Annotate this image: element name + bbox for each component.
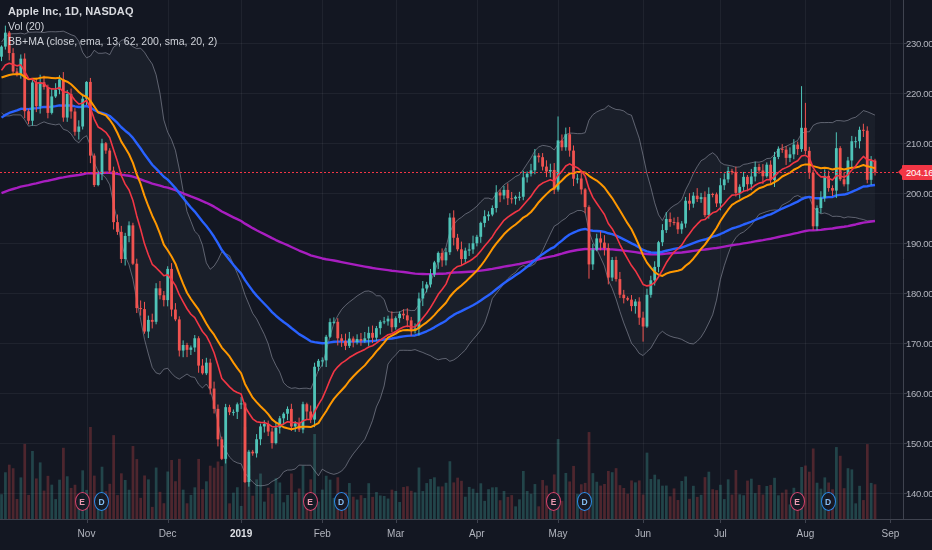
price-tick-label: 220.00 xyxy=(906,88,932,99)
price-tick-label: 150.00 xyxy=(906,438,932,449)
time-tick-label: Nov xyxy=(70,528,104,539)
last-price-tag[interactable]: 204.16 xyxy=(902,165,932,180)
price-tick-label: 200.00 xyxy=(906,188,932,199)
time-tick-label: Feb xyxy=(305,528,339,539)
dividend-badge[interactable]: D xyxy=(334,492,349,511)
time-tick-label: Mar xyxy=(379,528,413,539)
dividend-badge[interactable]: D xyxy=(94,492,109,511)
symbol-title[interactable]: Apple Inc, 1D, NASDAQ xyxy=(8,5,217,17)
volume-indicator-label[interactable]: Vol (20) xyxy=(8,20,217,32)
time-tick-label: Dec xyxy=(151,528,185,539)
price-tick-label: 140.00 xyxy=(906,488,932,499)
price-tick-label: 160.00 xyxy=(906,388,932,399)
time-tick-label: May xyxy=(541,528,575,539)
price-tick-label: 190.00 xyxy=(906,238,932,249)
price-tick-label: 170.00 xyxy=(906,338,932,349)
earnings-badge[interactable]: E xyxy=(303,492,318,511)
time-tick-label: Sep xyxy=(873,528,907,539)
price-axis[interactable]: 230.00220.00210.00200.00190.00180.00170.… xyxy=(903,0,932,519)
price-tick-label: 180.00 xyxy=(906,288,932,299)
earnings-badge[interactable]: E xyxy=(790,492,805,511)
time-tick-label: Aug xyxy=(788,528,822,539)
price-tick-label: 210.00 xyxy=(906,138,932,149)
dividend-badge[interactable]: D xyxy=(577,492,592,511)
dividend-badge[interactable]: D xyxy=(821,492,836,511)
bbma-indicator-label[interactable]: BB+MA (close, ema, 13, 62, 200, sma, 20,… xyxy=(8,35,217,47)
earnings-badge[interactable]: E xyxy=(75,492,90,511)
time-axis[interactable]: NovDec2019FebMarAprMayJunJulAugSep xyxy=(0,521,932,550)
chart-legend: Apple Inc, 1D, NASDAQ Vol (20) BB+MA (cl… xyxy=(8,5,217,47)
time-tick-label: 2019 xyxy=(224,528,258,539)
candlestick-chart-canvas[interactable] xyxy=(0,0,932,550)
time-tick-label: Jun xyxy=(626,528,660,539)
time-tick-label: Jul xyxy=(703,528,737,539)
price-tick-label: 230.00 xyxy=(906,38,932,49)
tradingview-chart: Apple Inc, 1D, NASDAQ Vol (20) BB+MA (cl… xyxy=(0,0,932,550)
time-tick-label: Apr xyxy=(460,528,494,539)
